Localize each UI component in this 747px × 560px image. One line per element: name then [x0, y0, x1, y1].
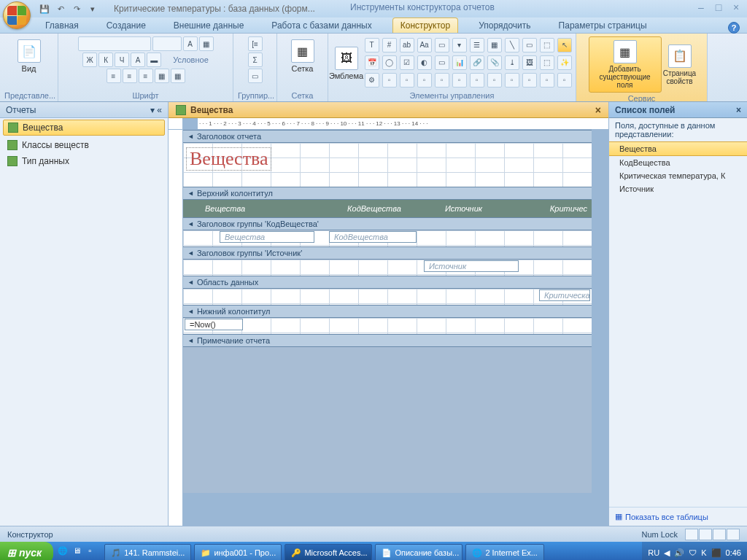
ql-ie-icon[interactable]: 🌐: [58, 546, 71, 559]
ctrl-combo-icon[interactable]: ▾: [452, 38, 467, 52]
ctrl-more7-icon[interactable]: ▫: [487, 73, 502, 88]
ctrl-more9-icon[interactable]: ▫: [522, 73, 537, 88]
alt-fill-icon[interactable]: ▦: [171, 69, 185, 83]
section-group-header-1[interactable]: Заголовок группы 'КодВещества': [183, 217, 592, 230]
tab-dbtools[interactable]: Работа с базами данных: [264, 18, 379, 33]
grid-button[interactable]: ▦ Сетка: [287, 36, 318, 76]
document-tab[interactable]: Вещества ×: [169, 102, 608, 118]
ctrl-unbound-icon[interactable]: ⬚: [540, 55, 554, 70]
nav-item-0[interactable]: Вещества: [3, 120, 165, 136]
design-surface[interactable]: Заголовок отчета Вещества Верхний колонт…: [169, 130, 608, 526]
ctrl-more1-icon[interactable]: ▫: [382, 73, 397, 88]
ctrl-more10-icon[interactable]: ▫: [540, 73, 554, 88]
font-size-combo[interactable]: [152, 36, 182, 51]
field-list-footer[interactable]: ▦ Показать все таблицы: [609, 507, 747, 526]
ctrl-bound-icon[interactable]: ⬚: [540, 38, 554, 52]
ctrl-link-icon[interactable]: 🔗: [470, 55, 484, 70]
field-list-item-1[interactable]: КодВещества: [609, 156, 747, 169]
tray-icon[interactable]: ⬛: [711, 548, 721, 558]
page-header-band[interactable]: Вещества КодВещества Источник Критичес: [183, 200, 592, 217]
nav-dropdown-icon[interactable]: ▾ «: [150, 105, 162, 115]
tab-pagesetup[interactable]: Параметры страницы: [551, 18, 654, 33]
report-title-control[interactable]: Вещества: [186, 147, 271, 171]
property-sheet-button[interactable]: 📋 Страница свойств: [665, 42, 695, 88]
field-list-item-3[interactable]: Источник: [609, 182, 747, 195]
taskbar-item-2[interactable]: 🔑 Microsoft Acces...: [285, 544, 372, 560]
tab-arrange[interactable]: Упорядочить: [471, 18, 538, 33]
ctrl-more4-icon[interactable]: ▫: [435, 73, 449, 88]
nav-header[interactable]: Отчеты ▾ «: [0, 102, 168, 118]
ctrl-textbox-icon[interactable]: ab: [400, 38, 414, 52]
ctrl-more3-icon[interactable]: ▫: [417, 73, 432, 88]
add-fields-button[interactable]: ▦ Добавить существующие поля: [589, 36, 662, 93]
section-report-footer[interactable]: Примечание отчета: [183, 334, 592, 347]
conditional-button[interactable]: ▦: [199, 36, 214, 51]
header-col-4[interactable]: Критичес: [528, 204, 592, 213]
view-design-icon[interactable]: [727, 529, 740, 540]
ctrl-chart-icon[interactable]: 📊: [452, 55, 467, 70]
tray-icon[interactable]: K: [701, 548, 706, 557]
view-report-icon[interactable]: [685, 529, 698, 540]
fill-color-icon[interactable]: ▬: [147, 52, 161, 67]
align-left-icon[interactable]: ≡: [107, 69, 121, 83]
section-page-footer[interactable]: Нижний колонтитул: [183, 305, 592, 318]
ctrl-option-icon[interactable]: ◯: [382, 55, 397, 70]
ctrl-more11-icon[interactable]: ▫: [557, 73, 572, 88]
lang-indicator[interactable]: RU: [648, 548, 659, 557]
ctrl-more2-icon[interactable]: ▫: [400, 73, 414, 88]
field-list-close-icon[interactable]: ×: [736, 105, 741, 115]
field-list-header[interactable]: Список полей ×: [609, 102, 747, 118]
ctrl-more5-icon[interactable]: ▫: [452, 73, 467, 88]
ctrl-line-icon[interactable]: ╲: [505, 38, 519, 52]
font-family-combo[interactable]: [78, 36, 151, 51]
nav-item-1[interactable]: Классы веществ: [0, 137, 168, 153]
tab-create[interactable]: Создание: [99, 18, 153, 33]
italic-button[interactable]: К: [98, 52, 113, 67]
ctrl-subform-icon[interactable]: ▦: [487, 38, 502, 52]
ctrl-title-icon[interactable]: T: [365, 38, 379, 52]
view-layout-icon[interactable]: [713, 529, 726, 540]
hide-details-icon[interactable]: ▭: [248, 69, 263, 83]
header-col-1[interactable]: Вещества: [183, 204, 267, 213]
tab-home[interactable]: Главная: [38, 18, 86, 33]
bold-button[interactable]: Ж: [82, 52, 97, 67]
taskbar-item-4[interactable]: 🌐 2 Internet Ex...: [465, 544, 544, 560]
ctrl-attach-icon[interactable]: 📎: [487, 55, 502, 70]
ctrl-more6-icon[interactable]: ▫: [470, 73, 484, 88]
office-button[interactable]: [3, 1, 31, 29]
group-sort-icon[interactable]: [≡: [248, 36, 263, 51]
clock[interactable]: 0:46: [726, 548, 741, 557]
align-center-icon[interactable]: ≡: [123, 69, 137, 83]
start-button[interactable]: ⊞ пуск: [0, 542, 53, 560]
field-veshestva[interactable]: Вещества: [220, 231, 314, 243]
nav-item-2[interactable]: Тип данных: [0, 153, 168, 169]
field-kod[interactable]: КодВещества: [329, 231, 417, 243]
tray-icon[interactable]: 🔊: [674, 548, 684, 558]
ctrl-more8-icon[interactable]: ▫: [505, 73, 519, 88]
grid-fill-icon[interactable]: ▦: [155, 69, 169, 83]
tab-designer[interactable]: Конструктор: [392, 18, 458, 33]
header-col-3[interactable]: Источник: [423, 204, 504, 213]
minimize-button[interactable]: –: [694, 1, 708, 13]
ctrl-tab-icon[interactable]: ▭: [435, 55, 449, 70]
tab-external[interactable]: Внешние данные: [166, 18, 252, 33]
taskbar-item-1[interactable]: 📁 инфа001 - Про...: [194, 544, 282, 560]
section-report-header[interactable]: Заголовок отчета: [183, 130, 592, 143]
redo-icon[interactable]: ↷: [70, 2, 83, 15]
ctrl-select-icon[interactable]: ↖: [557, 38, 572, 52]
undo-icon[interactable]: ↶: [54, 2, 67, 15]
totals-icon[interactable]: Σ: [248, 52, 263, 67]
ctrl-check-icon[interactable]: ☑: [400, 55, 414, 70]
taskbar-item-3[interactable]: 📄 Описание базы...: [375, 544, 462, 560]
save-icon[interactable]: 💾: [38, 2, 51, 15]
field-source[interactable]: Источник: [424, 260, 519, 272]
ql-desktop-icon[interactable]: 🖥: [73, 546, 86, 559]
ctrl-list-icon[interactable]: ☰: [470, 38, 484, 52]
underline-button[interactable]: Ч: [115, 52, 129, 67]
ctrl-pagenum-icon[interactable]: #: [382, 38, 397, 52]
maximize-button[interactable]: □: [712, 1, 725, 13]
tray-icon[interactable]: 🛡: [689, 548, 697, 557]
ctrl-image-icon[interactable]: 🖼: [522, 55, 537, 70]
ctrl-button-icon[interactable]: ▭: [435, 38, 449, 52]
ctrl-rect-icon[interactable]: ▭: [522, 38, 537, 52]
